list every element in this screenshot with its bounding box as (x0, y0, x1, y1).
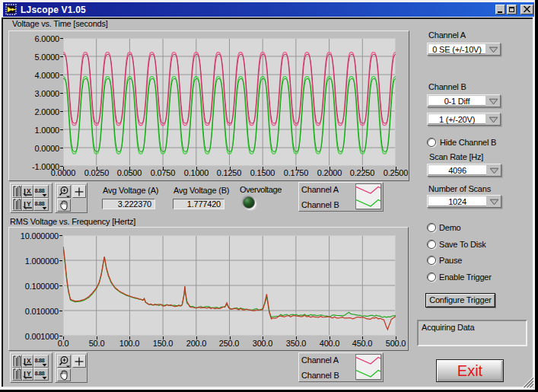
svg-text:8.88: 8.88 (35, 357, 45, 364)
svg-text:X: X (27, 187, 31, 195)
svg-text:X: X (27, 357, 31, 365)
svg-text:8.88: 8.88 (35, 187, 45, 194)
svg-text:Y: Y (27, 200, 31, 208)
svg-text:8.88: 8.88 (35, 200, 45, 207)
svg-text:Y: Y (27, 370, 31, 378)
svg-text:8.88: 8.88 (35, 370, 45, 377)
